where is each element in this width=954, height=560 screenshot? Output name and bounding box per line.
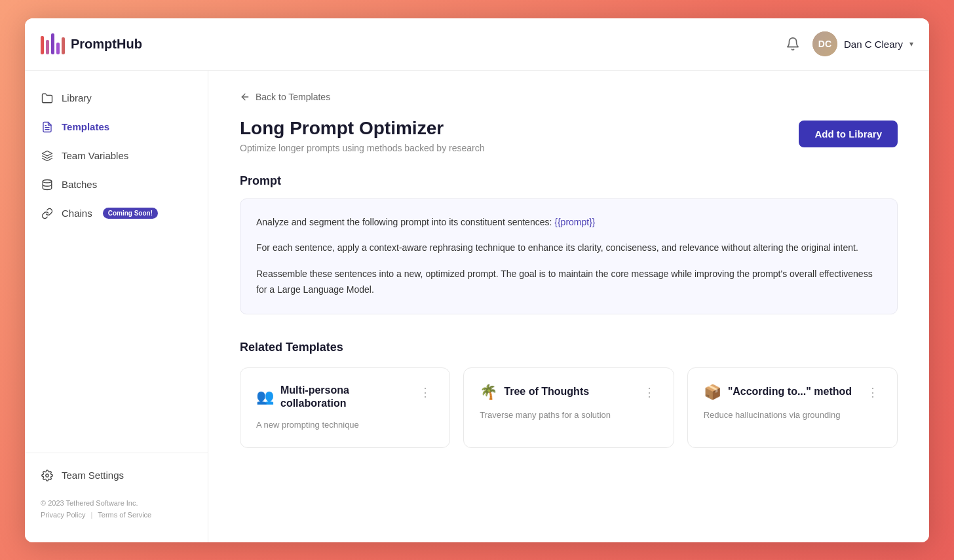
terms-of-service-link[interactable]: Terms of Service bbox=[98, 511, 151, 519]
card-title-row-3: 📦 "According to..." method bbox=[704, 384, 852, 401]
related-templates-title: Related Templates bbox=[240, 341, 898, 354]
content-area: Back to Templates Long Prompt Optimizer … bbox=[208, 71, 929, 542]
footer-links: Privacy Policy | Terms of Service bbox=[41, 511, 192, 519]
sidebar-item-team-variables[interactable]: Team Variables bbox=[25, 141, 208, 170]
page-title: Long Prompt Optimizer bbox=[240, 118, 485, 139]
card-title-1: Multi-persona collaboration bbox=[280, 384, 417, 411]
settings-label: Team Settings bbox=[62, 470, 124, 481]
link-icon bbox=[41, 207, 54, 220]
card-title-row-2: 🌴 Tree of Thoughts bbox=[480, 384, 589, 401]
logo-bar-5 bbox=[62, 37, 65, 54]
privacy-policy-link[interactable]: Privacy Policy bbox=[41, 511, 85, 519]
user-name: Dan C Cleary bbox=[844, 39, 903, 50]
notification-bell-icon[interactable] bbox=[784, 35, 802, 53]
logo-bars bbox=[41, 33, 65, 54]
layers-icon bbox=[41, 149, 54, 162]
svg-marker-2 bbox=[43, 151, 52, 156]
back-arrow-icon bbox=[240, 92, 250, 102]
logo-area: PromptHub bbox=[41, 32, 224, 56]
page-subtitle: Optimize longer prompts using methods ba… bbox=[240, 143, 485, 153]
header: PromptHub DC Dan C Cleary ▾ bbox=[25, 18, 929, 71]
sidebar-item-library-label: Library bbox=[62, 92, 92, 103]
sidebar-item-templates-label: Templates bbox=[62, 121, 109, 132]
sidebar-item-library[interactable]: Library bbox=[25, 84, 208, 113]
template-card-multi-persona[interactable]: 👥 Multi-persona collaboration ⋮ A new pr… bbox=[240, 367, 450, 448]
page-title-area: Long Prompt Optimizer Optimize longer pr… bbox=[240, 118, 485, 153]
back-link[interactable]: Back to Templates bbox=[240, 92, 898, 102]
card-title-row-1: 👥 Multi-persona collaboration bbox=[256, 384, 417, 411]
svg-point-4 bbox=[46, 474, 49, 477]
header-right: DC Dan C Cleary ▾ bbox=[784, 31, 913, 56]
card-title-2: Tree of Thoughts bbox=[504, 385, 589, 399]
card-emoji-1: 👥 bbox=[256, 388, 274, 405]
template-card-according-to[interactable]: 📦 "According to..." method ⋮ Reduce hall… bbox=[687, 367, 898, 448]
page-header: Long Prompt Optimizer Optimize longer pr… bbox=[240, 118, 898, 153]
template-card-tree-of-thoughts[interactable]: 🌴 Tree of Thoughts ⋮ Traverse many paths… bbox=[463, 367, 674, 448]
prompt-box: Analyze and segment the following prompt… bbox=[240, 198, 898, 314]
sidebar-item-batches[interactable]: Batches bbox=[25, 170, 208, 199]
back-link-label: Back to Templates bbox=[256, 92, 330, 102]
card-menu-icon-1[interactable]: ⋮ bbox=[417, 384, 434, 401]
copyright-text: © 2023 Tethered Software Inc. bbox=[41, 498, 192, 510]
svg-point-3 bbox=[43, 179, 52, 183]
logo-bar-3 bbox=[51, 33, 54, 54]
card-desc-1: A new prompting technique bbox=[256, 419, 434, 432]
sidebar-item-team-variables-label: Team Variables bbox=[62, 150, 128, 161]
prompt-line-2: For each sentence, apply a context-aware… bbox=[256, 240, 881, 256]
prompt-section-title: Prompt bbox=[240, 174, 898, 188]
sidebar-item-chains[interactable]: Chains Coming Soon! bbox=[25, 199, 208, 228]
prompt-line-1: Analyze and segment the following prompt… bbox=[256, 215, 881, 231]
logo-icon bbox=[41, 32, 64, 56]
related-templates-section: Related Templates 👥 Multi-persona collab… bbox=[240, 341, 898, 448]
user-menu-chevron-icon: ▾ bbox=[909, 39, 913, 48]
prompt-line-3: Reassemble these sentences into a new, o… bbox=[256, 267, 881, 298]
card-header-1: 👥 Multi-persona collaboration ⋮ bbox=[256, 384, 434, 411]
sidebar-item-batches-label: Batches bbox=[62, 179, 97, 190]
user-menu[interactable]: DC Dan C Cleary ▾ bbox=[812, 31, 913, 56]
templates-grid: 👥 Multi-persona collaboration ⋮ A new pr… bbox=[240, 367, 898, 448]
sidebar-item-chains-label: Chains bbox=[62, 208, 92, 219]
app-logo-text: PromptHub bbox=[71, 37, 142, 52]
prompt-variable: {{prompt}} bbox=[554, 217, 595, 227]
app-window: PromptHub DC Dan C Cleary ▾ bbox=[25, 18, 929, 542]
card-desc-2: Traverse many paths for a solution bbox=[480, 409, 657, 422]
card-menu-icon-2[interactable]: ⋮ bbox=[641, 384, 658, 401]
card-header-2: 🌴 Tree of Thoughts ⋮ bbox=[480, 384, 657, 401]
sidebar: Library Templates Team Variables bbox=[25, 71, 208, 542]
card-emoji-2: 🌴 bbox=[480, 384, 497, 401]
sidebar-footer: Team Settings © 2023 Tethered Software I… bbox=[25, 453, 208, 529]
avatar: DC bbox=[812, 31, 837, 56]
card-menu-icon-3[interactable]: ⋮ bbox=[864, 384, 881, 401]
file-icon bbox=[41, 121, 54, 134]
logo-bar-4 bbox=[56, 43, 60, 54]
logo-bar-1 bbox=[41, 36, 44, 54]
sidebar-item-team-settings[interactable]: Team Settings bbox=[41, 464, 192, 487]
main-layout: Library Templates Team Variables bbox=[25, 71, 929, 542]
coming-soon-badge: Coming Soon! bbox=[103, 208, 158, 219]
card-header-3: 📦 "According to..." method ⋮ bbox=[704, 384, 881, 401]
card-desc-3: Reduce hallucinations via grounding bbox=[704, 409, 881, 422]
sidebar-item-templates[interactable]: Templates bbox=[25, 113, 208, 141]
sidebar-nav: Library Templates Team Variables bbox=[25, 84, 208, 453]
footer-separator: | bbox=[90, 511, 92, 519]
card-emoji-3: 📦 bbox=[704, 384, 721, 401]
logo-bar-2 bbox=[46, 40, 49, 54]
folder-icon bbox=[41, 92, 54, 105]
add-to-library-button[interactable]: Add to Library bbox=[799, 121, 898, 147]
card-title-3: "According to..." method bbox=[728, 385, 852, 399]
stack-icon bbox=[41, 178, 54, 191]
avatar-image: DC bbox=[812, 31, 837, 56]
settings-gear-icon bbox=[41, 469, 54, 482]
